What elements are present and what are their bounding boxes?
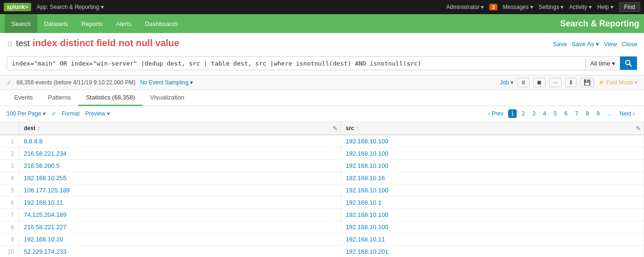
table-row: 3216.58.200.5192.168.10.100 xyxy=(0,160,644,172)
token-notnull: not null value xyxy=(119,38,180,49)
page-6[interactable]: 6 xyxy=(561,109,570,118)
download-btn[interactable]: ⬇ xyxy=(565,78,577,87)
send-btn[interactable]: → xyxy=(549,78,561,87)
query-input[interactable] xyxy=(7,57,585,70)
page-3[interactable]: 3 xyxy=(529,109,538,118)
cell-src[interactable]: 192.168.10.100 xyxy=(341,148,644,160)
format-btn[interactable]: Format xyxy=(62,110,80,117)
token-index: index xyxy=(33,38,57,49)
cell-dest[interactable]: 108.177.125.189 xyxy=(19,184,341,197)
cell-src[interactable]: 192.168.10.1 xyxy=(341,197,644,209)
search-area: 🗋 test index distinct field not null val… xyxy=(0,33,644,75)
status-bar: ✓ 68,358 events (before 4/11/19 9:10:22.… xyxy=(0,75,644,90)
page-9[interactable]: 9 xyxy=(594,109,603,118)
cell-dest[interactable]: 8.8.8.8 xyxy=(19,135,341,148)
stop-btn[interactable]: ⏹ xyxy=(533,78,545,87)
edit-col-dest[interactable]: ✎ xyxy=(332,124,338,132)
col-header-src[interactable]: src↕✎ xyxy=(341,122,644,135)
cell-src[interactable]: 192.168.10.100 xyxy=(341,221,644,233)
search-tokens: 🗋 test index distinct field not null val… xyxy=(7,38,179,49)
top-bar: splunk> App: Search & Reporting ▾ Admini… xyxy=(0,0,644,14)
data-table: dest↕✎src↕✎ 18.8.8.8192.168.10.1002216.5… xyxy=(0,122,644,257)
nav-dashboards[interactable]: Dashboards xyxy=(138,14,184,33)
nav-search[interactable]: Search xyxy=(5,14,37,33)
page-4[interactable]: 4 xyxy=(540,109,549,118)
cell-dest[interactable]: 74.125.204.189 xyxy=(19,209,341,221)
tab-patterns[interactable]: Patterns xyxy=(41,90,78,106)
status-check-icon: ✓ xyxy=(7,79,12,86)
row-num-9: 9 xyxy=(0,233,19,246)
nav-reports[interactable]: Reports xyxy=(75,14,110,33)
preview-btn[interactable]: Preview ▾ xyxy=(85,110,110,117)
find-button[interactable]: Find xyxy=(619,2,640,12)
job-btn[interactable]: Job ▾ xyxy=(500,79,513,86)
table-row: 2216.58.221.234192.168.10.100 xyxy=(0,148,644,160)
pagination: ‹ Prev123456789...Next › xyxy=(486,109,637,118)
tab-events[interactable]: Events xyxy=(7,90,41,106)
page-1[interactable]: 1 xyxy=(508,109,517,118)
cell-src[interactable]: 192.168.10.100 xyxy=(341,135,644,148)
table-row: 18.8.8.8192.168.10.100 xyxy=(0,135,644,148)
messages-menu[interactable]: Messages ▾ xyxy=(503,4,533,10)
fast-mode-btn[interactable]: ⚡ Fast Mode ▾ xyxy=(598,79,637,86)
format-check-icon: ✓ xyxy=(51,110,56,117)
page-5[interactable]: 5 xyxy=(551,109,560,118)
next-page[interactable]: Next › xyxy=(617,109,637,118)
token-test: test xyxy=(16,39,30,49)
help-menu[interactable]: Help ▾ xyxy=(597,4,613,10)
row-num-4: 4 xyxy=(0,172,19,184)
per-page-select[interactable]: 100 Per Page ▾ xyxy=(7,110,46,117)
cell-src[interactable]: 192.168.10.100 xyxy=(341,160,644,172)
pause-btn[interactable]: ⏸ xyxy=(517,78,529,87)
cell-dest[interactable]: 192.168.10.255 xyxy=(19,172,341,184)
query-bar: All time ▾ xyxy=(7,56,637,70)
time-picker[interactable]: All time ▾ xyxy=(585,58,620,69)
tabs-bar: EventsPatternsStatistics (68,358)Visuali… xyxy=(0,90,644,106)
app-name[interactable]: App: Search & Reporting ▾ xyxy=(37,4,104,10)
row-num-10: 10 xyxy=(0,246,19,257)
activity-menu[interactable]: Activity ▾ xyxy=(569,4,591,10)
cell-src[interactable]: 192.168.10.100 xyxy=(341,209,644,221)
cell-src[interactable]: 192.168.10.201 xyxy=(341,246,644,257)
nav-datasets[interactable]: Datasets xyxy=(37,14,74,33)
cell-src[interactable]: 192.168.10.16 xyxy=(341,172,644,184)
cell-dest[interactable]: 192.168.10.11 xyxy=(19,197,341,209)
settings-menu[interactable]: Settings ▾ xyxy=(539,4,564,10)
table-row: 774.125.204.189192.168.10.100 xyxy=(0,209,644,221)
nav-bar: Search Datasets Reports Alerts Dashboard… xyxy=(0,14,644,33)
table-row: 6192.168.10.11192.168.10.1 xyxy=(0,197,644,209)
prev-page[interactable]: ‹ Prev xyxy=(486,109,506,118)
col-header-dest[interactable]: dest↕✎ xyxy=(19,122,341,135)
cell-dest[interactable]: 192.168.10.20 xyxy=(19,233,341,246)
cell-dest[interactable]: 216.58.221.227 xyxy=(19,221,341,233)
row-num-6: 6 xyxy=(0,197,19,209)
page-8[interactable]: 8 xyxy=(583,109,592,118)
doc-icon: 🗋 xyxy=(7,40,13,48)
cell-dest[interactable]: 216.58.200.5 xyxy=(19,160,341,172)
page-7[interactable]: 7 xyxy=(572,109,581,118)
save-link[interactable]: Save xyxy=(553,41,567,48)
save-as-link[interactable]: Save As ▾ xyxy=(571,41,599,48)
row-num-3: 3 xyxy=(0,160,19,172)
cell-dest[interactable]: 52.229.174.233 xyxy=(19,246,341,257)
cell-src[interactable]: 192.168.10.11 xyxy=(341,233,644,246)
cell-dest[interactable]: 216.58.221.234 xyxy=(19,148,341,160)
no-sampling-btn[interactable]: No Event Sampling ▾ xyxy=(140,79,193,86)
nav-title: Search & Reporting xyxy=(560,19,639,29)
search-button[interactable] xyxy=(620,57,637,70)
row-num-8: 8 xyxy=(0,221,19,233)
splunk-logo[interactable]: splunk> xyxy=(4,3,31,11)
close-link[interactable]: Close xyxy=(622,41,637,48)
view-link[interactable]: View xyxy=(604,41,617,48)
cell-src[interactable]: 192.168.10.100 xyxy=(341,184,644,197)
search-icon xyxy=(625,59,632,67)
tab-statistics--68-358-[interactable]: Statistics (68,358) xyxy=(78,90,142,106)
edit-col-src[interactable]: ✎ xyxy=(636,124,641,132)
nav-alerts[interactable]: Alerts xyxy=(109,14,138,33)
svg-line-1 xyxy=(629,64,632,66)
page-2[interactable]: 2 xyxy=(519,109,528,118)
tab-visualization[interactable]: Visualization xyxy=(142,90,192,106)
save-results-btn[interactable]: 💾 xyxy=(580,78,594,87)
admin-menu[interactable]: Administrator ▾ xyxy=(446,4,484,10)
splunk-logo-text: splunk> xyxy=(4,3,31,11)
